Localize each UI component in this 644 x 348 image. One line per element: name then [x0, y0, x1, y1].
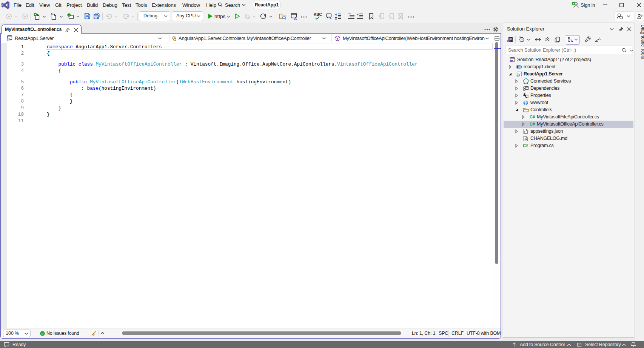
svg-text:Diagnostic Tools: Diagnostic Tools [640, 25, 644, 59]
